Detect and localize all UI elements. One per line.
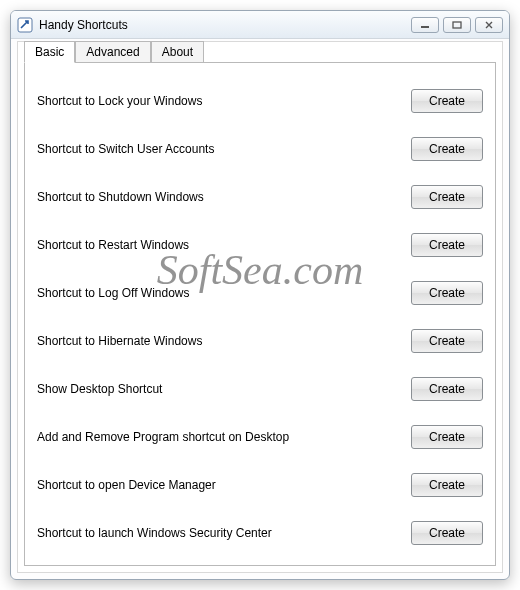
create-button[interactable]: Create [411, 281, 483, 305]
close-button[interactable] [475, 17, 503, 33]
app-icon [17, 17, 33, 33]
shortcut-row: Show Desktop Shortcut Create [37, 365, 483, 413]
shortcut-row: Shortcut to Restart Windows Create [37, 221, 483, 269]
create-button[interactable]: Create [411, 185, 483, 209]
shortcut-label: Shortcut to Log Off Windows [37, 286, 190, 300]
shortcut-label: Shortcut to Lock your Windows [37, 94, 202, 108]
shortcut-row: Shortcut to Switch User Accounts Create [37, 125, 483, 173]
app-window: Handy Shortcuts Basic Advanced About [10, 10, 510, 580]
shortcut-label: Show Desktop Shortcut [37, 382, 162, 396]
shortcut-row: Shortcut to launch Windows Security Cent… [37, 509, 483, 557]
shortcut-label: Shortcut to Restart Windows [37, 238, 189, 252]
tab-basic[interactable]: Basic [24, 41, 75, 63]
create-button[interactable]: Create [411, 233, 483, 257]
svg-rect-2 [453, 22, 461, 28]
svg-rect-1 [421, 26, 429, 28]
create-button[interactable]: Create [411, 89, 483, 113]
shortcut-row: Shortcut to open Device Manager Create [37, 461, 483, 509]
create-button[interactable]: Create [411, 377, 483, 401]
shortcut-label: Shortcut to launch Windows Security Cent… [37, 526, 272, 540]
minimize-button[interactable] [411, 17, 439, 33]
create-button[interactable]: Create [411, 473, 483, 497]
tab-strip: Basic Advanced About [24, 41, 204, 63]
shortcut-row: Shortcut to Log Off Windows Create [37, 269, 483, 317]
tab-label: About [162, 45, 193, 59]
shortcut-label: Shortcut to Switch User Accounts [37, 142, 214, 156]
tab-panel-basic: Shortcut to Lock your Windows Create Sho… [24, 62, 496, 566]
shortcut-label: Shortcut to open Device Manager [37, 478, 216, 492]
shortcut-row: Shortcut to Lock your Windows Create [37, 77, 483, 125]
tab-label: Basic [35, 45, 64, 59]
shortcut-row: Shortcut to Shutdown Windows Create [37, 173, 483, 221]
tab-advanced[interactable]: Advanced [75, 41, 150, 63]
shortcut-row: Shortcut to Hibernate Windows Create [37, 317, 483, 365]
shortcut-row: Add and Remove Program shortcut on Deskt… [37, 413, 483, 461]
maximize-button[interactable] [443, 17, 471, 33]
shortcut-label: Add and Remove Program shortcut on Deskt… [37, 430, 289, 444]
tab-about[interactable]: About [151, 41, 204, 63]
create-button[interactable]: Create [411, 329, 483, 353]
create-button[interactable]: Create [411, 137, 483, 161]
shortcut-label: Shortcut to Hibernate Windows [37, 334, 202, 348]
window-controls [411, 17, 503, 33]
client-area: Basic Advanced About Shortcut to Lock yo… [17, 41, 503, 573]
titlebar: Handy Shortcuts [11, 11, 509, 39]
create-button[interactable]: Create [411, 521, 483, 545]
create-button[interactable]: Create [411, 425, 483, 449]
window-title: Handy Shortcuts [39, 18, 411, 32]
tab-label: Advanced [86, 45, 139, 59]
shortcut-label: Shortcut to Shutdown Windows [37, 190, 204, 204]
